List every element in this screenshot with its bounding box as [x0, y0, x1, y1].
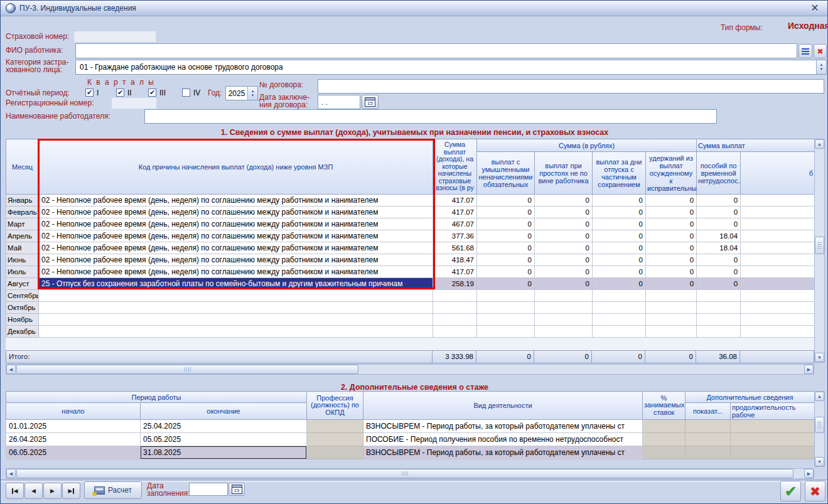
fio-input[interactable] [75, 43, 797, 58]
value-cell[interactable]: 258.19 [433, 278, 477, 290]
year-spinner[interactable]: ▲ ▼ [247, 87, 257, 100]
table2-hscrollbar[interactable]: ◀ ▶ [6, 468, 814, 479]
value-cell[interactable]: 0 [646, 195, 697, 206]
value-cell[interactable]: 0 [697, 266, 741, 278]
value-cell[interactable]: 0 [593, 195, 646, 206]
value-cell[interactable] [646, 326, 697, 338]
activity-cell[interactable]: ВЗНОСЫВРЕМ - Период работы, за который р… [363, 420, 643, 433]
value-cell[interactable] [593, 326, 646, 338]
value-cell[interactable] [646, 314, 697, 326]
value-cell[interactable] [697, 314, 741, 326]
value-cell[interactable] [535, 314, 593, 326]
percent-cell[interactable] [643, 446, 686, 459]
quarter-checkbox-4[interactable] [182, 88, 190, 97]
code-cell[interactable] [39, 290, 433, 302]
value-cell[interactable]: 417.07 [433, 195, 477, 206]
value-cell[interactable] [535, 302, 593, 314]
duration-cell[interactable] [731, 433, 815, 446]
percent-cell[interactable] [643, 433, 686, 446]
profession-cell[interactable] [307, 420, 363, 433]
month-cell[interactable]: Август [6, 278, 39, 290]
table1-row[interactable]: Июль02 - Неполное рабочее время (день, н… [6, 266, 815, 278]
value-cell[interactable] [433, 290, 477, 302]
contract-date-input[interactable]: . . [318, 95, 360, 109]
contract-number-input[interactable] [318, 79, 824, 94]
table1-row[interactable]: Август25 - Отпуск без сохранения заработ… [6, 278, 815, 290]
value-cell[interactable]: 0 [646, 242, 697, 254]
code-cell[interactable]: 02 - Неполное рабочее время (день, недел… [39, 242, 433, 254]
start-cell[interactable]: 01.01.2025 [6, 420, 141, 433]
value-cell[interactable] [741, 266, 815, 278]
category-combobox[interactable]: 01 - Граждане работающие на основе трудо… [75, 60, 827, 75]
value-cell[interactable] [646, 302, 697, 314]
table2-vscroll-thumb[interactable] [815, 417, 824, 433]
month-cell[interactable]: Февраль [6, 206, 39, 218]
value-cell[interactable]: 0 [535, 266, 593, 278]
value-cell[interactable]: 18.04 [697, 230, 741, 242]
profession-cell[interactable] [307, 446, 363, 459]
table1-row[interactable]: Февраль02 - Неполное рабочее время (день… [6, 206, 815, 218]
table1-row[interactable]: Май02 - Неполное рабочее время (день, не… [6, 242, 815, 254]
close-icon[interactable]: ✕ [807, 3, 822, 13]
quarter-checkbox-1[interactable] [85, 88, 94, 97]
table1-row[interactable]: Октябрь [6, 302, 815, 314]
value-cell[interactable]: 0 [593, 242, 646, 254]
value-cell[interactable] [741, 206, 815, 218]
value-cell[interactable] [477, 290, 535, 302]
indicator-cell[interactable] [686, 433, 731, 446]
year-spinbox[interactable]: 2025 ▲ ▼ [225, 86, 258, 100]
table1-row[interactable]: Январь02 - Неполное рабочее время (день,… [6, 195, 815, 206]
value-cell[interactable]: 0 [535, 242, 593, 254]
value-cell[interactable] [477, 302, 535, 314]
end-cell[interactable]: 31.08.2025 [141, 446, 307, 459]
code-cell[interactable]: 02 - Неполное рабочее время (день, недел… [39, 266, 433, 278]
activity-cell[interactable]: ВЗНОСЫВРЕМ - Период работы, за который р… [363, 446, 643, 459]
table2-row[interactable]: 06.05.202531.08.2025ВЗНОСЫВРЕМ - Период … [6, 446, 815, 459]
value-cell[interactable]: 0 [593, 230, 646, 242]
value-cell[interactable]: 0 [593, 254, 646, 266]
start-cell[interactable]: 06.05.2025 [6, 446, 141, 459]
value-cell[interactable]: 0 [646, 254, 697, 266]
month-cell[interactable]: Октябрь [6, 302, 39, 314]
duration-cell[interactable] [731, 446, 815, 459]
month-cell[interactable]: Ноябрь [6, 314, 39, 326]
nav-next-button[interactable]: ▶ [43, 483, 62, 499]
month-cell[interactable]: Май [6, 242, 39, 254]
scroll-down-icon[interactable]: ▼ [815, 353, 824, 362]
table2-hscroll-thumb[interactable] [16, 469, 793, 478]
value-cell[interactable]: 0 [535, 195, 593, 206]
month-cell[interactable]: Июль [6, 266, 39, 278]
calc-button[interactable]: Расчет [84, 481, 142, 499]
value-cell[interactable] [477, 326, 535, 338]
value-cell[interactable]: 418.47 [433, 254, 477, 266]
quarter-checkbox-3[interactable] [148, 88, 156, 97]
value-cell[interactable] [535, 326, 593, 338]
month-cell[interactable]: Январь [6, 195, 39, 206]
value-cell[interactable]: 0 [593, 206, 646, 218]
indicator-cell[interactable] [686, 446, 731, 459]
table2-row[interactable]: 01.01.202525.04.2025ВЗНОСЫВРЕМ - Период … [6, 420, 815, 433]
value-cell[interactable]: 0 [535, 206, 593, 218]
reg-number-field[interactable] [112, 98, 156, 109]
scroll-up-icon[interactable]: ▲ [815, 392, 824, 401]
category-spinner[interactable]: ▲ ▼ [816, 60, 826, 74]
fill-date-calendar-button[interactable]: 15 [229, 483, 245, 496]
value-cell[interactable] [433, 302, 477, 314]
percent-cell[interactable] [643, 420, 686, 433]
month-cell[interactable]: Июнь [6, 254, 39, 266]
table1-hscrollbar[interactable]: ◀ ▶ [6, 364, 814, 375]
indicator-cell[interactable] [686, 420, 731, 433]
table1-row[interactable]: Ноябрь [6, 314, 815, 326]
start-cell[interactable]: 26.04.2025 [6, 433, 141, 446]
value-cell[interactable] [593, 290, 646, 302]
value-cell[interactable] [741, 314, 815, 326]
table1-row[interactable]: Апрель02 - Неполное рабочее время (день,… [6, 230, 815, 242]
confirm-button[interactable]: ✔ [780, 481, 801, 501]
code-cell[interactable]: 25 - Отпуск без сохранения заработной пл… [39, 278, 433, 290]
value-cell[interactable]: 377.36 [433, 230, 477, 242]
value-cell[interactable]: 0 [477, 278, 535, 290]
duration-cell[interactable] [731, 420, 815, 433]
scroll-right-icon[interactable]: ▶ [804, 469, 814, 478]
code-cell[interactable]: 02 - Неполное рабочее время (день, недел… [39, 230, 433, 242]
value-cell[interactable] [697, 302, 741, 314]
